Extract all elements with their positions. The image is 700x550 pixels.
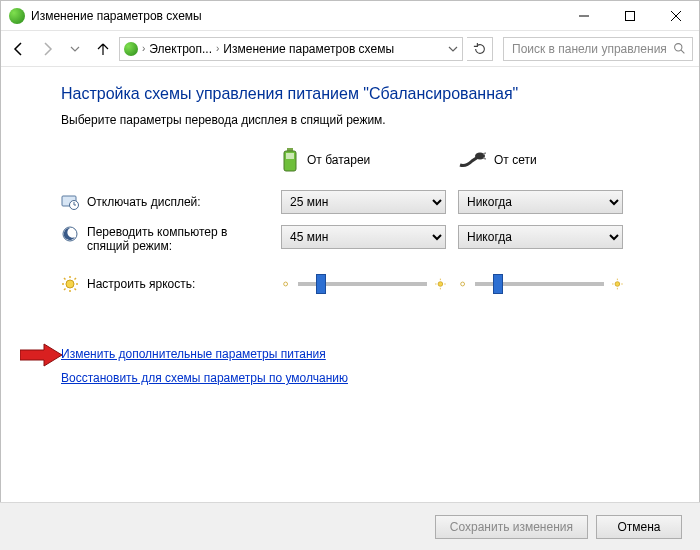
svg-point-27 xyxy=(438,282,443,287)
display-off-battery-select[interactable]: 25 мин xyxy=(281,190,446,214)
svg-line-11 xyxy=(483,158,486,159)
content-area: Настройка схемы управления питанием "Сба… xyxy=(1,67,699,385)
svg-line-24 xyxy=(64,289,66,291)
brightness-battery-slider[interactable] xyxy=(298,282,427,286)
svg-point-32 xyxy=(461,282,465,286)
row-brightness: Настроить яркость: xyxy=(61,267,669,301)
breadcrumb-icon xyxy=(124,42,138,56)
display-off-plugged-select[interactable]: Никогда xyxy=(458,190,623,214)
titlebar: Изменение параметров схемы xyxy=(1,1,699,31)
brightness-plugged-slider[interactable] xyxy=(475,282,604,286)
sun-dim-icon xyxy=(458,278,467,290)
link-restore-defaults[interactable]: Восстановить для схемы параметры по умол… xyxy=(61,371,348,385)
link-advanced-settings[interactable]: Изменить дополнительные параметры питани… xyxy=(61,347,326,361)
svg-point-17 xyxy=(66,280,74,288)
sun-bright-icon xyxy=(612,277,623,291)
breadcrumb-sep: › xyxy=(142,43,145,54)
save-button[interactable]: Сохранить изменения xyxy=(435,515,588,539)
battery-icon xyxy=(281,147,299,173)
svg-line-25 xyxy=(75,278,77,280)
column-battery-label: От батареи xyxy=(307,153,370,167)
chevron-down-icon[interactable] xyxy=(448,44,458,54)
sleep-battery-select[interactable]: 45 мин xyxy=(281,225,446,249)
column-battery: От батареи xyxy=(281,147,446,173)
svg-line-22 xyxy=(64,278,66,280)
forward-button[interactable] xyxy=(35,37,59,61)
page-title: Настройка схемы управления питанием "Сба… xyxy=(61,85,669,103)
search-box[interactable] xyxy=(503,37,693,61)
svg-point-33 xyxy=(615,282,620,287)
minimize-button[interactable] xyxy=(561,1,607,31)
svg-point-26 xyxy=(284,282,288,286)
brightness-battery-slider-wrap xyxy=(281,277,446,291)
search-input[interactable] xyxy=(510,41,673,57)
chevron-down-icon xyxy=(70,44,80,54)
row-sleep: Переводить компьютер в спящий режим: 45 … xyxy=(61,225,669,259)
up-arrow-icon xyxy=(95,41,111,57)
toolbar: › Электроп... › Изменение параметров схе… xyxy=(1,31,699,67)
svg-line-5 xyxy=(681,50,684,53)
brightness-icon xyxy=(61,275,79,293)
moon-icon xyxy=(61,225,79,243)
forward-arrow-icon xyxy=(39,41,55,57)
breadcrumb-item-2[interactable]: Изменение параметров схемы xyxy=(223,42,394,56)
up-button[interactable] xyxy=(91,37,115,61)
column-plugged-label: От сети xyxy=(494,153,537,167)
footer: Сохранить изменения Отмена xyxy=(0,502,700,550)
sun-bright-icon xyxy=(435,277,446,291)
maximize-icon xyxy=(625,11,635,21)
address-bar[interactable]: › Электроп... › Изменение параметров схе… xyxy=(119,37,463,61)
window-title: Изменение параметров схемы xyxy=(31,9,561,23)
column-headers: От батареи От сети xyxy=(281,147,669,173)
close-icon xyxy=(671,11,681,21)
row-display-off-label: Отключать дисплей: xyxy=(87,195,201,209)
search-icon xyxy=(673,42,686,55)
plug-icon xyxy=(458,151,486,169)
breadcrumb-item-1[interactable]: Электроп... xyxy=(149,42,212,56)
svg-point-4 xyxy=(675,44,682,51)
svg-line-23 xyxy=(75,289,77,291)
sleep-plugged-select[interactable]: Никогда xyxy=(458,225,623,249)
column-plugged: От сети xyxy=(458,147,623,173)
red-arrow-icon xyxy=(20,342,62,368)
breadcrumb-sep: › xyxy=(216,43,219,54)
svg-rect-1 xyxy=(626,11,635,20)
svg-marker-38 xyxy=(20,344,62,366)
svg-rect-8 xyxy=(286,153,294,159)
cancel-button[interactable]: Отмена xyxy=(596,515,682,539)
refresh-button[interactable] xyxy=(467,37,493,61)
close-button[interactable] xyxy=(653,1,699,31)
row-sleep-label: Переводить компьютер в спящий режим: xyxy=(87,225,267,253)
callout-arrow xyxy=(20,342,62,371)
refresh-icon xyxy=(473,42,487,56)
recent-button[interactable] xyxy=(63,37,87,61)
display-icon xyxy=(61,193,79,211)
row-brightness-label: Настроить яркость: xyxy=(87,277,195,291)
sun-dim-icon xyxy=(281,278,290,290)
back-arrow-icon xyxy=(11,41,27,57)
brightness-plugged-slider-wrap xyxy=(458,277,623,291)
row-display-off: Отключать дисплей: 25 мин Никогда xyxy=(61,185,669,219)
back-button[interactable] xyxy=(7,37,31,61)
app-icon xyxy=(9,8,25,24)
svg-line-10 xyxy=(483,153,486,154)
maximize-button[interactable] xyxy=(607,1,653,31)
minimize-icon xyxy=(579,11,589,21)
page-subtitle: Выберите параметры перевода дисплея в сп… xyxy=(61,113,669,127)
